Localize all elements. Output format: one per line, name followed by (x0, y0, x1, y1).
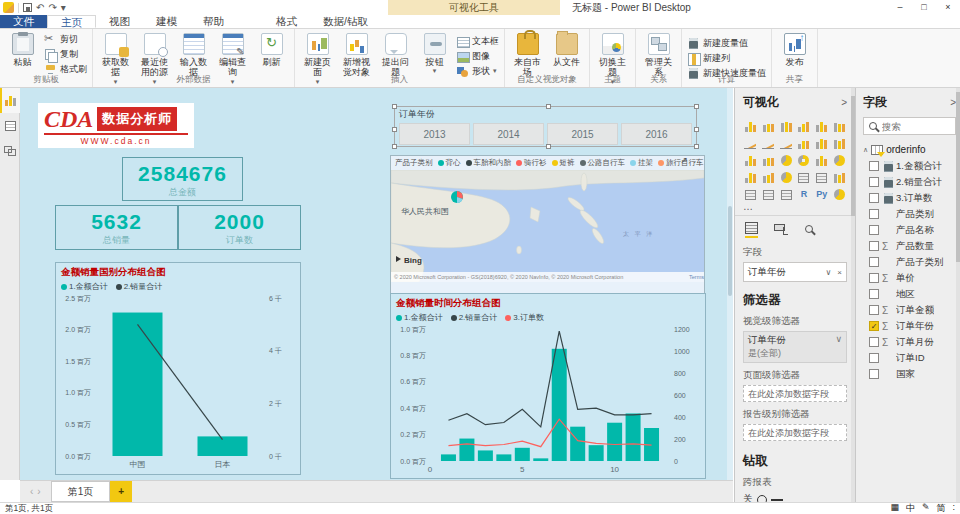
bar[interactable] (607, 423, 622, 461)
field-row[interactable]: Σ单价 (863, 270, 956, 286)
shape-map-icon[interactable] (832, 185, 847, 200)
close-button[interactable]: × (936, 0, 960, 15)
report-filter-dropzone[interactable]: 在此处添加数据字段 (743, 424, 847, 441)
panel-scrollbar[interactable] (956, 88, 960, 502)
funnel-icon[interactable] (761, 168, 776, 183)
waterfall-chart-icon[interactable] (743, 151, 758, 166)
tab-data-drill[interactable]: 数据/钻取 (310, 15, 381, 28)
matrix-icon[interactable] (779, 185, 794, 200)
ime-icon[interactable]: : (952, 502, 955, 514)
stacked-bar-chart-icon[interactable] (743, 117, 758, 132)
table-icon[interactable] (761, 185, 776, 200)
bar[interactable] (552, 349, 567, 461)
slicer-year-button[interactable]: 2014 (473, 123, 544, 145)
multi-row-card-icon[interactable] (814, 168, 829, 183)
stacked-area-chart-icon[interactable] (779, 134, 794, 149)
bar[interactable] (589, 445, 604, 461)
new-visual-button[interactable]: 新增视觉对象 (339, 32, 374, 78)
clustered-bar-chart-icon[interactable] (779, 117, 794, 132)
canvas-scrollbar[interactable] (727, 88, 733, 480)
field-checkbox[interactable] (869, 369, 879, 379)
legend-item[interactable]: 2.销量合计 (116, 281, 163, 292)
field-row[interactable]: ✓Σ订单年份 (863, 318, 956, 334)
slicer-year-button[interactable]: 2015 (547, 123, 618, 145)
100-stacked-bar-chart-icon[interactable] (814, 117, 829, 132)
tab-modeling[interactable]: 建模 (143, 15, 190, 28)
clustered-column-chart-icon[interactable] (796, 117, 811, 132)
field-row[interactable]: Σ订单月份 (863, 334, 956, 350)
field-row[interactable]: Σ订单金额 (863, 302, 956, 318)
slicer-year-button[interactable]: 2013 (399, 123, 470, 145)
python-icon[interactable]: Py (814, 185, 829, 200)
pie-chart-icon[interactable] (779, 151, 794, 166)
map-legend-item[interactable]: 短裤 (552, 158, 575, 168)
map-legend-item[interactable]: 公路自行车 (580, 158, 626, 168)
map-legend-item[interactable]: 车胎和内胎 (466, 158, 512, 168)
model-view-button[interactable] (0, 138, 20, 163)
map-icon[interactable] (832, 151, 847, 166)
kpi-icon[interactable] (832, 168, 847, 183)
field-checkbox[interactable]: ✓ (869, 321, 879, 331)
field-row[interactable]: 订单ID (863, 350, 956, 366)
tab-help[interactable]: 帮助 (190, 15, 237, 28)
bar[interactable] (626, 413, 641, 461)
r-script-icon[interactable]: R (796, 185, 811, 200)
combo-chart-plot[interactable]: 1.0 百万0.8 百万0.6 百万0.4 百万0.2 百万0.0 百万1200… (396, 323, 698, 475)
line-stacked-column-chart-icon[interactable] (796, 134, 811, 149)
tab-view[interactable]: 视图 (96, 15, 143, 28)
map-visual[interactable]: ↗ … 产品子类别 背心车胎和内胎骑行衫短裤公路自行车挂架旅行自行车帽子 ▶ (390, 155, 705, 296)
ime-icon[interactable]: 中 (906, 502, 915, 514)
area-chart-icon[interactable] (761, 134, 776, 149)
copy-button[interactable]: 复制 (44, 47, 87, 61)
ask-question-button[interactable]: 提出问题 (378, 32, 413, 78)
field-row[interactable]: Σ产品数量 (863, 238, 956, 254)
legend-item[interactable]: 1.金额合计 (61, 281, 108, 292)
line-chart-icon[interactable] (743, 134, 758, 149)
bar[interactable] (496, 454, 511, 461)
field-row[interactable]: 产品子类别 (863, 254, 956, 270)
bar[interactable] (533, 458, 548, 461)
more-options-icon[interactable]: … (693, 155, 702, 165)
analytics-pane-tab[interactable] (803, 223, 815, 237)
filled-map-icon[interactable] (743, 168, 758, 183)
field-checkbox[interactable] (869, 257, 879, 267)
slicer-icon[interactable] (743, 185, 758, 200)
ime-icon[interactable]: ▦ (890, 502, 899, 514)
donut-chart-icon[interactable] (796, 151, 811, 166)
redo-icon[interactable]: ↷ (48, 2, 56, 13)
publish-button[interactable]: 发布 (777, 32, 812, 67)
logo-visual[interactable]: CDA 数据分析师 WWW.cda.cn (38, 103, 194, 148)
next-page-icon[interactable]: › (37, 486, 44, 497)
ime-icon[interactable]: 简 (936, 502, 945, 514)
field-row[interactable]: 地区 (863, 286, 956, 302)
legend-item[interactable]: 1.金额合计 (396, 312, 443, 323)
qat-dropdown-icon[interactable]: ▾ (61, 2, 66, 13)
image-button[interactable]: 图像 (456, 49, 499, 63)
page-filter-dropzone[interactable]: 在此处添加数据字段 (743, 385, 847, 402)
map-terms-link[interactable]: Terms (689, 274, 704, 280)
report-canvas[interactable]: CDA 数据分析师 WWW.cda.cn 2584676 总金额 5632 总销… (20, 88, 733, 480)
collapse-panel-icon[interactable]: > (841, 97, 847, 108)
new-column-button[interactable]: 新建列 (687, 51, 766, 65)
chevron-down-icon[interactable]: ∨ (835, 334, 842, 347)
tab-format[interactable]: 格式 (263, 15, 310, 28)
undo-icon[interactable]: ↶ (36, 2, 44, 13)
kpi-card-total-amount[interactable]: 2584676 总金额 (122, 157, 243, 201)
kpi-card-order-count[interactable]: 2000 订单数 (178, 205, 301, 250)
field-well-order-year[interactable]: 订单年份 ∨ × (743, 262, 847, 282)
cut-button[interactable]: 剪切 (44, 32, 87, 46)
ribbon-chart-icon[interactable] (832, 134, 847, 149)
text-box-button[interactable]: 文本框 (456, 34, 499, 48)
map-legend-item[interactable]: 挂架 (630, 158, 653, 168)
manage-relationships-button[interactable]: 管理关系 (641, 32, 676, 78)
bar[interactable] (478, 450, 493, 461)
map-legend-item[interactable]: 背心 (438, 158, 461, 168)
minimize-button[interactable]: – (888, 0, 912, 15)
legend-item[interactable]: 2.销量合计 (451, 312, 498, 323)
visual-filter-card[interactable]: 订单年份∨ 是(全部) (743, 331, 847, 363)
paste-button[interactable]: 粘贴 (5, 32, 40, 67)
field-row[interactable]: 产品名称 (863, 222, 956, 238)
combo-chart-time[interactable]: 金额销量时间分布组合图 1.金额合计2.销量合计3.订单数 1.0 百万0.8 … (390, 293, 706, 479)
search-input[interactable] (882, 121, 946, 132)
new-measure-button[interactable]: 新建度量值 (687, 36, 766, 50)
